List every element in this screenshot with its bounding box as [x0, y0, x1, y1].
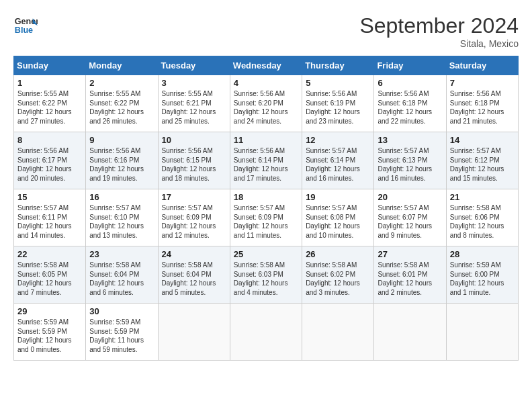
calendar-cell: 29 Sunrise: 5:59 AM Sunset: 5:59 PM Dayl… — [14, 304, 86, 361]
calendar-cell: 13 Sunrise: 5:57 AM Sunset: 6:13 PM Dayl… — [374, 132, 446, 189]
day-info: Sunrise: 5:56 AM Sunset: 6:18 PM Dayligh… — [450, 89, 515, 126]
day-info: Sunrise: 5:57 AM Sunset: 6:09 PM Dayligh… — [234, 203, 298, 240]
day-info: Sunrise: 5:57 AM Sunset: 6:08 PM Dayligh… — [306, 203, 370, 240]
calendar-cell: 26 Sunrise: 5:58 AM Sunset: 6:02 PM Dayl… — [302, 246, 374, 304]
day-number: 29 — [17, 306, 82, 316]
day-number: 20 — [378, 192, 442, 202]
calendar-cell: 9 Sunrise: 5:56 AM Sunset: 6:16 PM Dayli… — [86, 132, 158, 189]
calendar-cell: 12 Sunrise: 5:57 AM Sunset: 6:14 PM Dayl… — [302, 132, 374, 189]
calendar-cell — [230, 304, 302, 361]
week-row-5: 29 Sunrise: 5:59 AM Sunset: 5:59 PM Dayl… — [14, 304, 519, 361]
calendar-cell: 7 Sunrise: 5:56 AM Sunset: 6:18 PM Dayli… — [446, 75, 518, 132]
day-info: Sunrise: 5:57 AM Sunset: 6:10 PM Dayligh… — [89, 203, 154, 240]
day-info: Sunrise: 5:56 AM Sunset: 6:17 PM Dayligh… — [17, 146, 82, 183]
header-thursday: Thursday — [302, 56, 374, 75]
day-number: 19 — [306, 192, 370, 202]
day-info: Sunrise: 5:58 AM Sunset: 6:02 PM Dayligh… — [306, 261, 370, 297]
header-monday: Monday — [86, 56, 158, 75]
day-info: Sunrise: 5:59 AM Sunset: 5:59 PM Dayligh… — [89, 318, 154, 354]
week-row-3: 15 Sunrise: 5:57 AM Sunset: 6:11 PM Dayl… — [14, 189, 519, 246]
calendar-cell: 22 Sunrise: 5:58 AM Sunset: 6:05 PM Dayl… — [14, 246, 86, 304]
day-info: Sunrise: 5:55 AM Sunset: 6:21 PM Dayligh… — [162, 89, 226, 126]
calendar-cell: 10 Sunrise: 5:56 AM Sunset: 6:15 PM Dayl… — [158, 132, 230, 189]
day-number: 4 — [234, 78, 298, 88]
day-number: 17 — [162, 192, 226, 202]
day-number: 1 — [17, 78, 82, 88]
day-number: 13 — [378, 135, 442, 145]
calendar-cell: 30 Sunrise: 5:59 AM Sunset: 5:59 PM Dayl… — [86, 304, 158, 361]
day-number: 3 — [162, 78, 226, 88]
header-friday: Friday — [374, 56, 446, 75]
day-number: 6 — [378, 78, 442, 88]
day-number: 28 — [450, 249, 515, 259]
day-info: Sunrise: 5:58 AM Sunset: 6:04 PM Dayligh… — [89, 261, 154, 297]
calendar-cell: 15 Sunrise: 5:57 AM Sunset: 6:11 PM Dayl… — [14, 189, 86, 246]
day-number: 9 — [89, 135, 154, 145]
day-info: Sunrise: 5:59 AM Sunset: 6:00 PM Dayligh… — [450, 261, 515, 297]
day-number: 30 — [89, 306, 154, 316]
day-info: Sunrise: 5:57 AM Sunset: 6:11 PM Dayligh… — [17, 203, 82, 240]
day-info: Sunrise: 5:56 AM Sunset: 6:16 PM Dayligh… — [89, 146, 154, 183]
day-info: Sunrise: 5:58 AM Sunset: 6:06 PM Dayligh… — [450, 203, 515, 240]
day-info: Sunrise: 5:57 AM Sunset: 6:07 PM Dayligh… — [378, 203, 442, 240]
svg-text:Blue: Blue — [15, 26, 33, 35]
header-row: SundayMondayTuesdayWednesdayThursdayFrid… — [14, 56, 519, 75]
day-info: Sunrise: 5:56 AM Sunset: 6:20 PM Dayligh… — [234, 89, 298, 126]
location-subtitle: Sitala, Mexico — [359, 38, 519, 49]
day-info: Sunrise: 5:55 AM Sunset: 6:22 PM Dayligh… — [17, 89, 82, 126]
calendar-cell — [158, 304, 230, 361]
day-number: 14 — [450, 135, 515, 145]
week-row-2: 8 Sunrise: 5:56 AM Sunset: 6:17 PM Dayli… — [14, 132, 519, 189]
day-number: 8 — [17, 135, 82, 145]
day-number: 23 — [89, 249, 154, 259]
calendar-cell: 28 Sunrise: 5:59 AM Sunset: 6:00 PM Dayl… — [446, 246, 518, 304]
title-block: September 2024 Sitala, Mexico — [359, 13, 519, 49]
day-number: 22 — [17, 249, 82, 259]
day-info: Sunrise: 5:55 AM Sunset: 6:22 PM Dayligh… — [89, 89, 154, 126]
calendar-cell: 6 Sunrise: 5:56 AM Sunset: 6:18 PM Dayli… — [374, 75, 446, 132]
calendar-cell: 8 Sunrise: 5:56 AM Sunset: 6:17 PM Dayli… — [14, 132, 86, 189]
day-info: Sunrise: 5:56 AM Sunset: 6:15 PM Dayligh… — [162, 146, 226, 183]
day-info: Sunrise: 5:56 AM Sunset: 6:19 PM Dayligh… — [306, 89, 370, 126]
day-info: Sunrise: 5:56 AM Sunset: 6:18 PM Dayligh… — [378, 89, 442, 126]
day-number: 16 — [89, 192, 154, 202]
day-info: Sunrise: 5:59 AM Sunset: 5:59 PM Dayligh… — [17, 318, 82, 354]
day-info: Sunrise: 5:58 AM Sunset: 6:03 PM Dayligh… — [234, 261, 298, 297]
calendar-cell: 18 Sunrise: 5:57 AM Sunset: 6:09 PM Dayl… — [230, 189, 302, 246]
calendar-cell: 16 Sunrise: 5:57 AM Sunset: 6:10 PM Dayl… — [86, 189, 158, 246]
day-number: 27 — [378, 249, 442, 259]
week-row-1: 1 Sunrise: 5:55 AM Sunset: 6:22 PM Dayli… — [14, 75, 519, 132]
day-number: 10 — [162, 135, 226, 145]
day-number: 11 — [234, 135, 298, 145]
day-info: Sunrise: 5:57 AM Sunset: 6:09 PM Dayligh… — [162, 203, 226, 240]
calendar-cell: 17 Sunrise: 5:57 AM Sunset: 6:09 PM Dayl… — [158, 189, 230, 246]
day-number: 5 — [306, 78, 370, 88]
day-number: 18 — [234, 192, 298, 202]
logo: General Blue — [13, 13, 38, 38]
day-info: Sunrise: 5:58 AM Sunset: 6:01 PM Dayligh… — [378, 261, 442, 297]
day-number: 7 — [450, 78, 515, 88]
page-header: General Blue September 2024 Sitala, Mexi… — [13, 13, 519, 49]
day-number: 21 — [450, 192, 515, 202]
calendar-cell: 11 Sunrise: 5:56 AM Sunset: 6:14 PM Dayl… — [230, 132, 302, 189]
day-number: 25 — [234, 249, 298, 259]
calendar-cell: 20 Sunrise: 5:57 AM Sunset: 6:07 PM Dayl… — [374, 189, 446, 246]
calendar-cell: 3 Sunrise: 5:55 AM Sunset: 6:21 PM Dayli… — [158, 75, 230, 132]
calendar-cell: 23 Sunrise: 5:58 AM Sunset: 6:04 PM Dayl… — [86, 246, 158, 304]
day-number: 24 — [162, 249, 226, 259]
calendar-cell: 27 Sunrise: 5:58 AM Sunset: 6:01 PM Dayl… — [374, 246, 446, 304]
calendar-cell: 4 Sunrise: 5:56 AM Sunset: 6:20 PM Dayli… — [230, 75, 302, 132]
month-year-title: September 2024 — [359, 13, 519, 38]
calendar-cell: 19 Sunrise: 5:57 AM Sunset: 6:08 PM Dayl… — [302, 189, 374, 246]
day-info: Sunrise: 5:56 AM Sunset: 6:14 PM Dayligh… — [234, 146, 298, 183]
calendar-cell — [374, 304, 446, 361]
calendar-cell: 25 Sunrise: 5:58 AM Sunset: 6:03 PM Dayl… — [230, 246, 302, 304]
logo-icon: General Blue — [13, 13, 38, 38]
header-tuesday: Tuesday — [158, 56, 230, 75]
day-info: Sunrise: 5:58 AM Sunset: 6:04 PM Dayligh… — [162, 261, 226, 297]
day-number: 26 — [306, 249, 370, 259]
day-info: Sunrise: 5:57 AM Sunset: 6:12 PM Dayligh… — [450, 146, 515, 183]
calendar-table: SundayMondayTuesdayWednesdayThursdayFrid… — [13, 56, 519, 361]
calendar-cell — [302, 304, 374, 361]
calendar-cell: 21 Sunrise: 5:58 AM Sunset: 6:06 PM Dayl… — [446, 189, 518, 246]
